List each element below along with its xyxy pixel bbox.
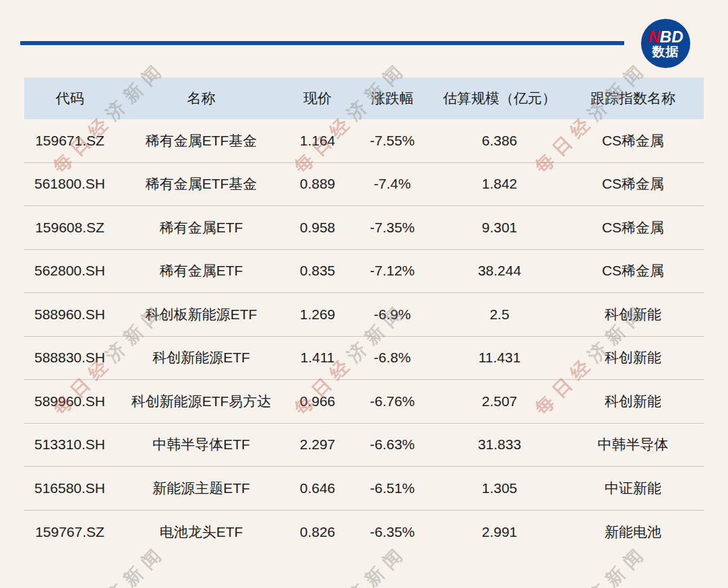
cell-price: 0.826: [287, 524, 348, 540]
cell-price: 2.297: [287, 436, 348, 453]
cell-scale: 9.301: [437, 220, 562, 236]
cell-change: -7.55%: [348, 133, 437, 149]
cell-change: -7.35%: [348, 220, 437, 236]
cell-name: 稀有金属ETF: [115, 218, 287, 237]
cell-change: -6.76%: [348, 393, 437, 410]
cell-scale: 2.5: [437, 306, 562, 323]
column-header-code: 代码: [24, 89, 115, 108]
cell-code: 516580.SH: [24, 480, 115, 496]
logo-text-shuju: 数据: [653, 45, 679, 58]
cell-index: CS稀金属: [562, 131, 704, 150]
cell-scale: 1.842: [437, 176, 562, 192]
cell-name: 稀有金属ETF: [115, 261, 287, 280]
infographic-root: 每日经济新闻每日经济新闻每日经济新闻每日经济新闻每日经济新闻每日经济新闻每日经济…: [0, 0, 728, 588]
cell-change: -6.9%: [348, 306, 437, 323]
cell-index: 中证新能: [562, 479, 704, 498]
table-row: 159767.SZ电池龙头ETF0.826-6.35%2.991新能电池: [24, 511, 704, 554]
cell-price: 1.269: [287, 306, 348, 323]
table-row: 561800.SH稀有金属ETF基金0.889-7.4%1.842CS稀金属: [24, 163, 704, 207]
table-row: 159608.SZ稀有金属ETF0.958-7.35%9.301CS稀金属: [24, 206, 704, 250]
brand-rule: [20, 41, 624, 45]
cell-scale: 1.305: [437, 480, 562, 496]
nbd-logo: NBD 数据: [641, 19, 690, 68]
etf-table: 代码 名称 现价 涨跌幅 估算规模（亿元） 跟踪指数名称 159671.SZ稀有…: [24, 77, 704, 554]
cell-price: 1.411: [287, 350, 348, 366]
cell-scale: 11.431: [437, 350, 562, 366]
logo-letters-bd: BD: [660, 28, 684, 46]
cell-name: 科创板新能源ETF: [115, 305, 287, 324]
cell-index: CS稀金属: [562, 261, 704, 280]
cell-code: 159608.SZ: [24, 220, 115, 236]
cell-change: -6.35%: [348, 524, 437, 540]
table-row: 513310.SH中韩半导体ETF2.297-6.63%31.833中韩半导体: [24, 424, 704, 467]
table-row: 562800.SH稀有金属ETF0.835-7.12%38.244CS稀金属: [24, 250, 704, 294]
cell-scale: 2.991: [437, 524, 562, 540]
cell-code: 588960.SH: [24, 306, 115, 323]
cell-scale: 2.507: [437, 393, 562, 410]
cell-change: -6.63%: [348, 436, 437, 453]
column-header-scale: 估算规模（亿元）: [437, 89, 562, 108]
cell-code: 561800.SH: [24, 176, 115, 192]
table-row: 159671.SZ稀有金属ETF基金1.164-7.55%6.386CS稀金属: [24, 119, 704, 163]
cell-index: 中韩半导体: [562, 435, 704, 454]
cell-code: 159671.SZ: [24, 133, 115, 149]
cell-scale: 38.244: [437, 263, 562, 279]
cell-code: 513310.SH: [24, 436, 115, 453]
logo-letter-n: N: [648, 28, 659, 46]
cell-price: 0.646: [287, 480, 348, 496]
cell-name: 新能源主题ETF: [115, 479, 287, 498]
column-header-name: 名称: [115, 89, 287, 108]
cell-price: 0.835: [287, 263, 348, 279]
cell-price: 1.164: [287, 133, 348, 149]
cell-scale: 31.833: [437, 436, 562, 453]
cell-price: 0.889: [287, 176, 348, 192]
table-body: 159671.SZ稀有金属ETF基金1.164-7.55%6.386CS稀金属5…: [24, 119, 704, 554]
logo-text-nbd: NBD: [648, 29, 683, 45]
cell-price: 0.958: [287, 220, 348, 236]
cell-code: 589960.SH: [24, 393, 115, 410]
table-header-row: 代码 名称 现价 涨跌幅 估算规模（亿元） 跟踪指数名称: [24, 77, 704, 119]
column-header-price: 现价: [287, 89, 348, 108]
table-row: 589960.SH科创新能源ETF易方达0.966-6.76%2.507科创新能: [24, 380, 704, 424]
cell-name: 稀有金属ETF基金: [115, 174, 287, 193]
cell-change: -6.51%: [348, 480, 437, 496]
cell-code: 159767.SZ: [24, 524, 115, 540]
cell-index: 科创新能: [562, 305, 704, 324]
table-row: 516580.SH新能源主题ETF0.646-6.51%1.305中证新能: [24, 467, 704, 511]
cell-index: CS稀金属: [562, 218, 704, 237]
column-header-index: 跟踪指数名称: [562, 89, 704, 108]
cell-code: 588830.SH: [24, 350, 115, 366]
table-row: 588960.SH科创板新能源ETF1.269-6.9%2.5科创新能: [24, 293, 704, 337]
cell-index: 科创新能: [562, 348, 704, 367]
cell-name: 科创新能源ETF易方达: [115, 392, 287, 411]
cell-scale: 6.386: [437, 133, 562, 149]
cell-price: 0.966: [287, 393, 348, 410]
cell-index: 新能电池: [562, 523, 704, 542]
cell-index: 科创新能: [562, 392, 704, 411]
table-row: 588830.SH科创新能源ETF1.411-6.8%11.431科创新能: [24, 337, 704, 381]
cell-index: CS稀金属: [562, 174, 704, 193]
cell-name: 中韩半导体ETF: [115, 435, 287, 454]
cell-change: -6.8%: [348, 350, 437, 366]
column-header-change: 涨跌幅: [348, 89, 437, 108]
cell-name: 科创新能源ETF: [115, 348, 287, 367]
cell-change: -7.12%: [348, 263, 437, 279]
cell-name: 电池龙头ETF: [115, 523, 287, 542]
cell-change: -7.4%: [348, 176, 437, 192]
cell-code: 562800.SH: [24, 263, 115, 279]
cell-name: 稀有金属ETF基金: [115, 131, 287, 150]
